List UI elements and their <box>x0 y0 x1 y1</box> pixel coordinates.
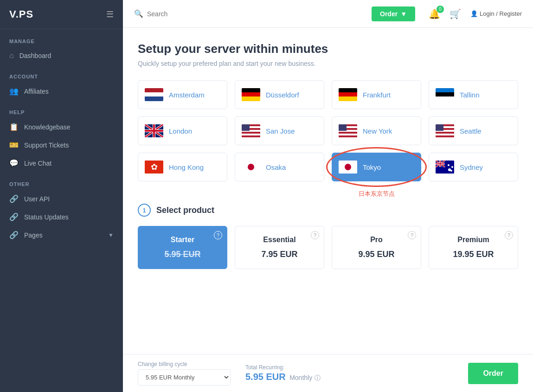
main-content: 🔍 Order ▼ 🔔 0 🛒 👤 Login / Register Setup… <box>123 0 533 392</box>
total-price: 5.95 EUR <box>245 372 286 382</box>
logo-text: V.PS <box>9 8 33 20</box>
total-help-icon[interactable]: ⓘ <box>315 374 321 381</box>
product-essential[interactable]: ? Essential 7.95 EUR <box>235 226 324 269</box>
location-grid: Amsterdam Düsseldorf Frankfurt Tallinn <box>138 80 518 181</box>
sidebar-item-pages[interactable]: 🔗 Pages ▼ <box>0 226 123 244</box>
product-price-premium: 19.95 EUR <box>437 250 510 259</box>
essential-help-icon[interactable]: ? <box>311 231 319 239</box>
pages-icon: 🔗 <box>9 231 19 239</box>
search-input[interactable] <box>147 10 366 18</box>
bottom-bar: Change billing cycle 5.95 EUR Monthly 10… <box>123 354 533 392</box>
api-icon: 🔗 <box>9 194 19 203</box>
location-name-new-york: New York <box>363 127 392 135</box>
svg-rect-13 <box>242 132 260 134</box>
order-button-bottom[interactable]: Order <box>468 363 518 384</box>
product-premium[interactable]: ? Premium 19.95 EUR <box>429 226 518 269</box>
location-name-london: London <box>169 127 192 135</box>
billing-label: Change billing cycle <box>138 361 231 367</box>
flag-de-dusseldorf <box>242 88 260 101</box>
total-section: Total Recurring: 5.95 EUR Monthly ⓘ <box>245 364 321 382</box>
location-name-tallinn: Tallinn <box>460 91 480 99</box>
location-london[interactable]: London <box>138 116 227 145</box>
location-name-sydney: Sydney <box>460 163 483 171</box>
sidebar: V.PS ☰ MANAGE ⌂ Dashboard ACCOUNT 👥 Affi… <box>0 0 123 392</box>
sidebar-item-knowledgebase[interactable]: 📋 Knowledgebase <box>0 118 123 136</box>
chat-icon: 💬 <box>9 159 19 167</box>
svg-rect-21 <box>339 132 357 134</box>
svg-text:✿: ✿ <box>151 162 158 172</box>
tokyo-wrapper: Tokyo 日本东京节点 <box>332 153 421 181</box>
location-name-frankfurt: Frankfurt <box>363 91 391 99</box>
flag-jp-osaka <box>242 161 260 174</box>
affiliates-icon: 👥 <box>9 87 19 96</box>
product-name-premium: Premium <box>437 236 510 244</box>
sidebar-item-label-tickets: Support Tickets <box>24 141 69 149</box>
location-sydney[interactable]: Sydney <box>429 153 518 181</box>
location-new-york[interactable]: New York <box>332 116 421 145</box>
flag-gb <box>145 124 163 137</box>
help-section-label: HELP <box>0 100 123 118</box>
product-pro[interactable]: ? Pro 9.95 EUR <box>332 226 421 269</box>
other-section-label: OTHER <box>0 172 123 190</box>
svg-rect-29 <box>436 132 454 134</box>
location-osaka[interactable]: Osaka <box>235 153 324 181</box>
location-san-jose[interactable]: San Jose <box>235 116 324 145</box>
svg-rect-16 <box>242 124 250 131</box>
sidebar-item-dashboard[interactable]: ⌂ Dashboard <box>0 47 123 64</box>
product-grid: ? Starter 5.95 EUR ? Essential 7.95 EUR … <box>138 226 518 269</box>
billing-section: Change billing cycle 5.95 EUR Monthly 10… <box>138 361 231 386</box>
svg-rect-30 <box>436 134 454 135</box>
order-button[interactable]: Order ▼ <box>372 6 415 21</box>
select-product-title: Select product <box>156 206 214 215</box>
flag-us-sanjose <box>242 124 260 137</box>
sidebar-item-support-tickets[interactable]: 🎫 Support Tickets <box>0 136 123 154</box>
svg-rect-24 <box>339 124 347 131</box>
sidebar-item-label-status: Status Updates <box>24 213 69 221</box>
location-hong-kong[interactable]: ✿ Hong Kong <box>138 153 227 181</box>
sidebar-item-label-kb: Knowledgebase <box>24 123 71 131</box>
svg-rect-23 <box>339 135 357 137</box>
login-register-button[interactable]: 👤 Login / Register <box>470 10 522 17</box>
sidebar-item-label-chat: Live Chat <box>24 160 51 167</box>
product-starter[interactable]: ? Starter 5.95 EUR <box>138 226 227 269</box>
location-amsterdam[interactable]: Amsterdam <box>138 80 227 109</box>
location-name-tokyo: Tokyo <box>363 163 381 171</box>
sidebar-item-live-chat[interactable]: 💬 Live Chat <box>0 154 123 172</box>
step-number: 1 <box>138 204 151 217</box>
svg-point-48 <box>448 164 450 166</box>
billing-cycle-select[interactable]: 5.95 EUR Monthly 10.95 EUR Quarterly 19.… <box>138 369 231 386</box>
location-frankfurt[interactable]: Frankfurt <box>332 80 421 109</box>
sidebar-item-user-api[interactable]: 🔗 User API <box>0 190 123 208</box>
login-label: Login / Register <box>480 10 522 17</box>
pro-help-icon[interactable]: ? <box>408 231 416 239</box>
product-price-essential: 7.95 EUR <box>243 250 316 259</box>
premium-help-icon[interactable]: ? <box>505 231 513 239</box>
account-section-label: ACCOUNT <box>0 64 123 82</box>
location-dusseldorf[interactable]: Düsseldorf <box>235 80 324 109</box>
topbar-icons: 🔔 0 🛒 👤 Login / Register <box>429 8 522 19</box>
notification-badge: 0 <box>437 6 444 13</box>
svg-rect-22 <box>339 134 357 135</box>
starter-help-icon[interactable]: ? <box>214 231 222 239</box>
svg-point-46 <box>451 166 453 168</box>
sidebar-item-status-updates[interactable]: 🔗 Status Updates <box>0 208 123 226</box>
hamburger-icon[interactable]: ☰ <box>106 9 114 19</box>
page-subtitle: Quickly setup your prefered plan and sta… <box>138 60 518 67</box>
user-icon: 👤 <box>470 10 478 17</box>
book-icon: 📋 <box>9 122 19 131</box>
location-tallinn[interactable]: Tallinn <box>429 80 518 109</box>
location-name-osaka: Osaka <box>266 163 286 171</box>
flag-us-newyork <box>339 124 357 137</box>
location-tokyo[interactable]: Tokyo <box>332 153 421 181</box>
sidebar-item-affiliates[interactable]: 👥 Affiliates <box>0 82 123 100</box>
flag-ee <box>436 88 454 101</box>
flag-nl <box>145 88 163 101</box>
cart-icon[interactable]: 🛒 <box>450 8 461 19</box>
notification-button[interactable]: 🔔 0 <box>429 8 440 19</box>
location-name-dusseldorf: Düsseldorf <box>266 91 299 99</box>
location-seattle[interactable]: Seattle <box>429 116 518 145</box>
select-product-header: 1 Select product <box>138 204 518 217</box>
total-price-row: 5.95 EUR Monthly ⓘ <box>245 372 321 382</box>
flag-au <box>436 161 454 174</box>
svg-rect-15 <box>242 135 260 137</box>
